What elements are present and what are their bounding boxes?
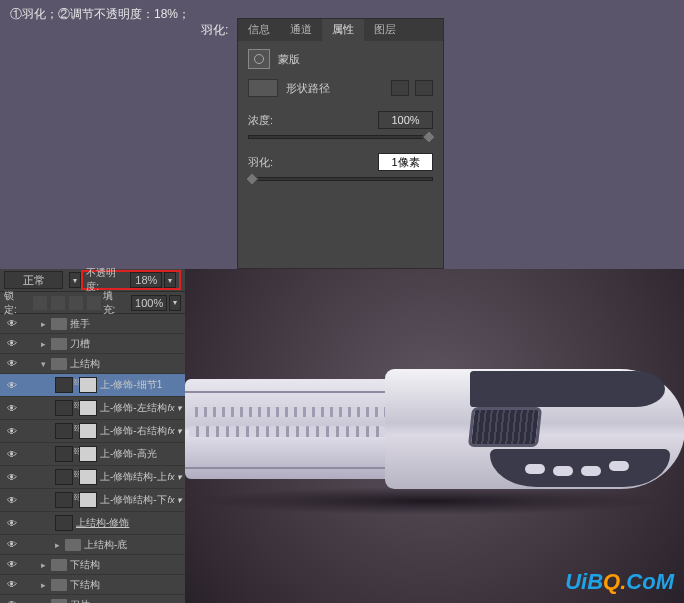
visibility-icon[interactable]: 👁 [4, 515, 20, 531]
layer-name[interactable]: 上-修饰结构-上 [100, 470, 167, 484]
opacity-dropdown-icon[interactable]: ▾ [164, 272, 176, 288]
layer-name[interactable]: 推手 [70, 317, 185, 331]
opacity-group-highlight: 不透明度: 18% ▾ [81, 270, 181, 290]
layer-list: 👁▸推手👁▸刀槽👁▾上结构👁⛓上-修饰-细节1👁⛓上-修饰-左结构fx ▾👁⛓上… [0, 314, 185, 603]
visibility-icon[interactable]: 👁 [4, 356, 20, 372]
mask-thumb[interactable] [79, 400, 97, 416]
blend-dropdown-icon[interactable]: ▾ [69, 272, 81, 288]
mask-thumb[interactable] [79, 469, 97, 485]
visibility-icon[interactable]: 👁 [4, 446, 20, 462]
layer-thumb[interactable] [55, 423, 73, 439]
visibility-icon[interactable]: 👁 [4, 537, 20, 553]
visibility-icon[interactable]: 👁 [4, 336, 20, 352]
document-canvas[interactable]: UiBQ.CoM [185, 269, 684, 603]
layer-row[interactable]: 👁▸刀槽 [0, 334, 185, 354]
layer-thumb[interactable] [55, 515, 73, 531]
mask-thumb[interactable] [79, 492, 97, 508]
visibility-icon[interactable]: 👁 [4, 377, 20, 393]
fx-badge[interactable]: fx ▾ [167, 495, 182, 505]
disclosure-icon[interactable]: ▸ [38, 339, 48, 349]
visibility-icon[interactable]: 👁 [4, 400, 20, 416]
folder-icon [51, 559, 67, 571]
density-slider[interactable] [248, 135, 433, 139]
layer-row[interactable]: 👁⛓上-修饰-左结构fx ▾ [0, 397, 185, 420]
disclosure-icon[interactable]: ▸ [38, 600, 48, 604]
opacity-value[interactable]: 18% [130, 272, 162, 288]
layer-thumb[interactable] [55, 377, 73, 393]
layer-row[interactable]: 👁▸推手 [0, 314, 185, 334]
visibility-icon[interactable]: 👁 [4, 316, 20, 332]
layer-name[interactable]: 上-修饰-左结构 [100, 401, 167, 415]
layer-name[interactable]: 刀片 [70, 598, 185, 604]
layer-row[interactable]: 👁⛓上-修饰-细节1 [0, 374, 185, 397]
disclosure-icon[interactable]: ▸ [38, 580, 48, 590]
layer-thumb[interactable] [55, 469, 73, 485]
layer-row[interactable]: 👁上结构-修饰 [0, 512, 185, 535]
visibility-icon[interactable]: 👁 [4, 597, 20, 604]
lock-pixels-icon[interactable] [51, 296, 65, 310]
layer-row[interactable]: 👁⛓上-修饰-右结构fx ▾ [0, 420, 185, 443]
lock-row: 锁定: 填充: 100% ▾ [0, 292, 185, 314]
density-value[interactable]: 100% [378, 111, 433, 129]
fill-value[interactable]: 100% [131, 295, 167, 311]
tab-channels[interactable]: 通道 [280, 19, 322, 41]
disclosure-icon[interactable]: ▾ [38, 359, 48, 369]
visibility-icon[interactable]: 👁 [4, 492, 20, 508]
tab-properties[interactable]: 属性 [322, 19, 364, 41]
fx-badge[interactable]: fx ▾ [167, 403, 182, 413]
layer-name[interactable]: 刀槽 [70, 337, 185, 351]
layer-name[interactable]: 上结构-底 [84, 538, 185, 552]
layer-name[interactable]: 上结构-修饰 [76, 516, 185, 530]
visibility-icon[interactable]: 👁 [4, 577, 20, 593]
blend-mode-select[interactable]: 正常 [4, 271, 63, 289]
density-slider-thumb[interactable] [422, 130, 436, 144]
layers-panel: 正常 ▾ 不透明度: 18% ▾ 锁定: 填充: 100% ▾ 👁▸推手👁▸刀槽… [0, 269, 185, 603]
visibility-icon[interactable]: 👁 [4, 423, 20, 439]
panel-tabs: 信息 通道 属性 图层 [238, 19, 443, 41]
layer-row[interactable]: 👁▾上结构 [0, 354, 185, 374]
disclosure-icon[interactable]: ▸ [38, 319, 48, 329]
density-row: 浓度: 100% [248, 111, 433, 139]
layer-name[interactable]: 下结构 [70, 578, 185, 592]
layer-thumb[interactable] [55, 446, 73, 462]
disclosure-icon[interactable]: ▸ [52, 540, 62, 550]
mask-thumb[interactable] [79, 423, 97, 439]
layer-name[interactable]: 上结构 [70, 357, 185, 371]
fill-dropdown-icon[interactable]: ▾ [169, 295, 181, 311]
mask-tool-2-icon[interactable] [415, 80, 433, 96]
layer-row[interactable]: 👁⛓上-修饰结构-上fx ▾ [0, 466, 185, 489]
layer-row[interactable]: 👁▸下结构 [0, 555, 185, 575]
layer-name[interactable]: 上-修饰-右结构 [100, 424, 167, 438]
layer-name[interactable]: 下结构 [70, 558, 185, 572]
mask-thumb[interactable] [79, 377, 97, 393]
layer-row[interactable]: 👁▸下结构 [0, 575, 185, 595]
disclosure-icon[interactable]: ▸ [38, 560, 48, 570]
density-label: 浓度: [248, 113, 273, 128]
lock-all-icon[interactable] [87, 296, 101, 310]
mask-label: 蒙版 [278, 52, 300, 67]
layer-row[interactable]: 👁⛓上-修饰结构-下fx ▾ [0, 489, 185, 512]
mask-icon[interactable] [248, 49, 270, 69]
shape-swatch[interactable] [248, 79, 278, 97]
fx-badge[interactable]: fx ▾ [167, 426, 182, 436]
layer-row[interactable]: 👁▸上结构-底 [0, 535, 185, 555]
tab-info[interactable]: 信息 [238, 19, 280, 41]
lock-transparency-icon[interactable] [33, 296, 47, 310]
tab-layers[interactable]: 图层 [364, 19, 406, 41]
layer-name[interactable]: 上-修饰结构-下 [100, 493, 167, 507]
layer-row[interactable]: 👁▸刀片 [0, 595, 185, 603]
visibility-icon[interactable]: 👁 [4, 557, 20, 573]
feather-slider-thumb[interactable] [245, 172, 259, 186]
layer-thumb[interactable] [55, 400, 73, 416]
mask-tool-1-icon[interactable] [391, 80, 409, 96]
lock-position-icon[interactable] [69, 296, 83, 310]
layer-thumb[interactable] [55, 492, 73, 508]
layer-name[interactable]: 上-修饰-高光 [100, 447, 185, 461]
mask-thumb[interactable] [79, 446, 97, 462]
visibility-icon[interactable]: 👁 [4, 469, 20, 485]
layer-name[interactable]: 上-修饰-细节1 [100, 378, 185, 392]
layer-row[interactable]: 👁⛓上-修饰-高光 [0, 443, 185, 466]
fx-badge[interactable]: fx ▾ [167, 472, 182, 482]
feather-slider[interactable] [248, 177, 433, 181]
feather-value-input[interactable]: 1像素 [378, 153, 433, 171]
